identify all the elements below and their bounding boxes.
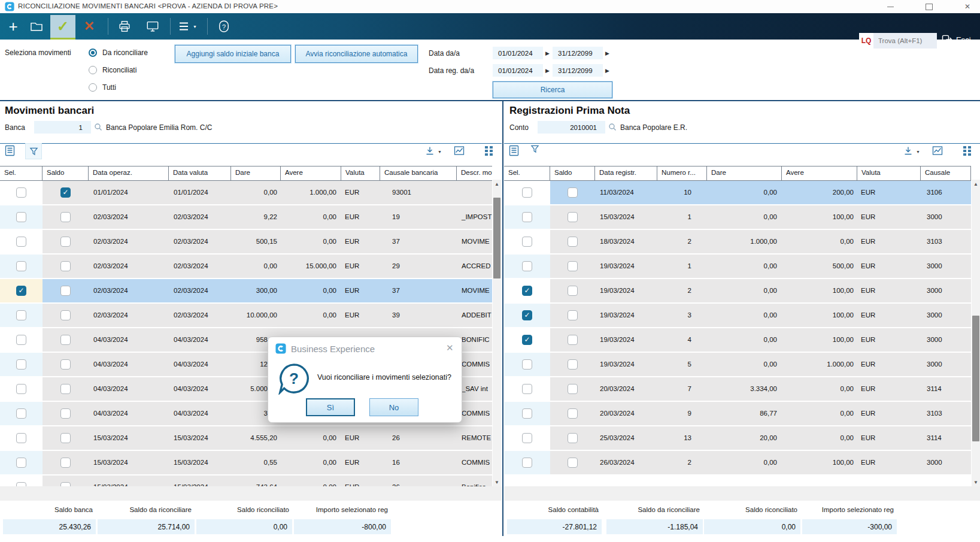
column-header[interactable]: Causale bancaria [380, 166, 457, 180]
date-from-field[interactable]: 01/01/2024 [493, 47, 543, 59]
radio-icon[interactable] [89, 49, 97, 57]
column-header[interactable]: Dare [707, 166, 782, 180]
menu-hamburger-icon[interactable]: ▼ [177, 13, 199, 40]
chart-view-icon[interactable] [932, 146, 943, 156]
row-saldo-checkbox[interactable] [568, 433, 578, 443]
row-select-checkbox[interactable] [16, 187, 26, 198]
row-saldo-checkbox[interactable] [568, 237, 578, 247]
column-header[interactable]: Data operaz. [89, 166, 169, 180]
row-select-checkbox[interactable] [522, 384, 532, 394]
row-saldo-checkbox[interactable] [60, 384, 71, 394]
table-row[interactable]: 18/03/202421.000,000,00EUR3103 [504, 230, 971, 255]
table-row[interactable]: 19/03/202410,00500,00EUR3000 [504, 255, 971, 279]
bank-lookup-icon[interactable] [94, 123, 102, 131]
row-saldo-checkbox[interactable] [568, 458, 578, 468]
row-select-checkbox[interactable] [522, 212, 532, 222]
add-initial-balance-button[interactable]: Aggiungi saldo iniziale banca [175, 45, 291, 63]
column-header[interactable]: Saldo [550, 166, 595, 180]
radio-tutti[interactable]: Tutti [89, 83, 116, 92]
row-saldo-checkbox[interactable] [60, 286, 71, 296]
row-select-checkbox[interactable] [16, 433, 26, 443]
row-select-checkbox[interactable] [16, 482, 26, 486]
column-header[interactable]: Avere [782, 166, 857, 180]
export-download-icon[interactable] [903, 146, 913, 156]
table-row[interactable]: 15/03/202415/03/20240,550,00EUR16COMMIS [0, 451, 492, 476]
close-button[interactable]: ✕ [958, 2, 976, 11]
column-header[interactable]: Avere [281, 166, 341, 180]
confirm-check-icon[interactable]: ✓ [50, 15, 75, 40]
row-saldo-checkbox[interactable] [60, 408, 71, 419]
right-table-vscrollbar[interactable]: ▲ ▼ [972, 180, 980, 486]
row-select-checkbox[interactable] [522, 261, 532, 271]
row-select-checkbox[interactable] [522, 237, 532, 247]
table-row[interactable]: ✓19/03/202430,00100,00EUR3000 [504, 304, 971, 328]
scroll-down-icon[interactable]: ▼ [493, 478, 501, 486]
scrollbar-thumb[interactable] [493, 198, 500, 278]
row-select-checkbox[interactable]: ✓ [522, 286, 532, 296]
radio-icon[interactable] [89, 66, 97, 74]
date-arrow-icon[interactable]: ▶ [545, 68, 550, 74]
row-select-checkbox[interactable] [522, 359, 532, 370]
table-row[interactable]: 15/03/202415/03/20244.555,200,00EUR26REM… [0, 426, 492, 451]
export-caret-icon[interactable]: ▼ [438, 150, 442, 154]
column-header[interactable]: Data valuta [169, 166, 231, 180]
radio-da-riconciliare[interactable]: Da riconciliare [89, 48, 148, 57]
table-row[interactable]: 25/03/20241320,000,00EUR3114 [504, 426, 971, 451]
row-saldo-checkbox[interactable] [568, 187, 578, 198]
table-row[interactable]: ✓19/03/202420,00100,00EUR3000 [504, 279, 971, 304]
row-saldo-checkbox[interactable] [568, 335, 578, 345]
row-select-checkbox[interactable] [16, 335, 26, 345]
table-row[interactable]: 11/03/2024100,00200,00EUR3106 [504, 181, 971, 205]
row-select-checkbox[interactable] [16, 261, 26, 271]
row-saldo-checkbox[interactable] [568, 261, 578, 271]
row-saldo-checkbox[interactable] [568, 212, 578, 222]
column-header[interactable]: Numero r... [657, 166, 707, 180]
radio-icon[interactable] [89, 83, 97, 92]
column-header[interactable]: Descr. movi [457, 166, 492, 180]
date-arrow-icon[interactable]: ▶ [545, 50, 550, 56]
row-saldo-checkbox[interactable] [568, 310, 578, 320]
table-row[interactable]: ✓01/01/202401/01/20240,001.000,00EUR9300… [0, 181, 492, 205]
column-header[interactable]: Sel. [504, 166, 550, 180]
row-saldo-checkbox[interactable] [60, 359, 71, 370]
row-select-checkbox[interactable] [16, 384, 26, 394]
preview-monitor-icon[interactable] [142, 13, 163, 40]
row-saldo-checkbox[interactable] [60, 237, 71, 247]
table-row[interactable]: 02/03/202402/03/202410.000,000,00EUR39AD… [0, 304, 492, 328]
grid-view-icon[interactable] [485, 146, 493, 156]
scroll-up-icon[interactable]: ▲ [493, 180, 501, 188]
account-lookup-icon[interactable] [608, 123, 617, 131]
table-row[interactable]: 15/03/202415/03/2024743,640,00EUR26Bonif… [0, 476, 492, 486]
column-header[interactable]: Causale [921, 166, 971, 180]
scrollbar-thumb[interactable] [972, 316, 979, 441]
row-saldo-checkbox[interactable] [60, 458, 71, 468]
scroll-up-icon[interactable]: ▲ [972, 180, 980, 188]
column-header[interactable]: Dare [231, 166, 281, 180]
left-table-vscrollbar[interactable]: ▲ ▼ [493, 180, 501, 486]
column-header[interactable]: Saldo [43, 166, 89, 180]
date-to-field[interactable]: 31/12/2099 [553, 47, 603, 59]
row-select-checkbox[interactable] [522, 458, 532, 468]
row-saldo-checkbox[interactable] [568, 359, 578, 370]
table-row[interactable]: 02/03/202402/03/20249,220,00EUR19_IMPOST [0, 205, 492, 230]
column-header[interactable]: Valuta [341, 166, 380, 180]
row-saldo-checkbox[interactable]: ✓ [60, 187, 71, 198]
no-button[interactable]: No [369, 398, 418, 416]
filter-icon[interactable] [530, 144, 539, 154]
date-arrow-icon[interactable]: ▶ [605, 50, 609, 56]
open-folder-icon[interactable] [28, 13, 45, 40]
radio-riconciliati[interactable]: Riconciliati [89, 65, 136, 75]
table-row[interactable]: ✓19/03/202440,00100,00EUR3000 [504, 328, 971, 353]
row-select-checkbox[interactable]: ✓ [522, 335, 532, 345]
table-row[interactable]: 20/03/202473.334,000,00EUR3114 [504, 377, 971, 402]
table-row[interactable]: 26/03/202420,00100,00EUR3000 [504, 451, 971, 476]
list-view-icon[interactable] [5, 145, 15, 156]
minimize-button[interactable] [881, 2, 899, 11]
list-view-icon[interactable] [509, 145, 519, 156]
row-select-checkbox[interactable] [16, 237, 26, 247]
row-saldo-checkbox[interactable] [60, 261, 71, 271]
row-select-checkbox[interactable] [16, 310, 26, 320]
find-input[interactable] [873, 33, 937, 49]
row-select-checkbox[interactable] [522, 187, 532, 198]
search-button[interactable]: Ricerca [493, 81, 612, 98]
